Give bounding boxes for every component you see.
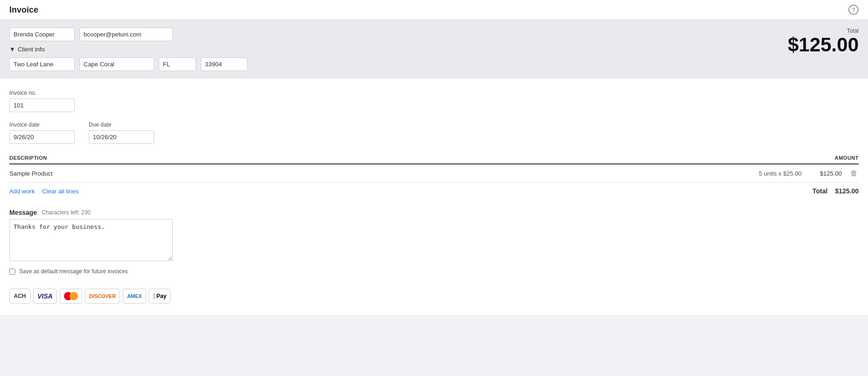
header: Invoice ?	[0, 0, 868, 20]
line-item-description: Sample Product	[9, 170, 759, 177]
delete-line-icon[interactable]: 🗑	[849, 169, 859, 177]
message-label: Message	[9, 209, 37, 216]
top-section: ▼ Client info Total $125.00	[0, 20, 868, 78]
client-row-1	[9, 28, 765, 41]
client-fields: ▼ Client info	[9, 28, 765, 71]
client-address-input[interactable]	[9, 57, 75, 71]
actions-left: Add work Clear all lines	[9, 188, 78, 195]
client-email-input[interactable]	[79, 28, 173, 41]
mc-circle-right	[70, 292, 78, 300]
client-state-input[interactable]	[159, 57, 196, 71]
applepay-label: Pay	[156, 293, 166, 299]
due-date-input[interactable]	[89, 130, 154, 144]
client-city-input[interactable]	[79, 57, 154, 71]
due-date-label: Due date	[89, 121, 154, 128]
due-date-field: Due date	[89, 121, 154, 144]
total-row: Total $125.00	[812, 187, 859, 195]
line-item-amount: $125.00	[809, 170, 842, 177]
save-default-row: Save as default message for future invoi…	[9, 268, 859, 275]
total-label: Total	[765, 28, 859, 34]
discover-label: DISCOVER	[89, 293, 116, 299]
message-textarea[interactable]: Thanks for your business.	[9, 219, 173, 261]
chars-left: Characters left: 230	[42, 209, 91, 216]
client-info-label: Client info	[18, 46, 45, 53]
line-items-table: DESCRIPTION AMOUNT Sample Product 5 unit…	[9, 155, 859, 199]
payment-mastercard[interactable]	[60, 289, 82, 304]
invoice-date-field: Invoice date	[9, 121, 75, 144]
help-icon[interactable]: ?	[848, 5, 859, 15]
invoice-no-label: Invoice no.	[9, 90, 859, 96]
col-description-header: DESCRIPTION	[9, 155, 47, 161]
line-item-units: 5 units x $25.00	[759, 170, 802, 177]
invoice-date-label: Invoice date	[9, 121, 75, 128]
payment-ach[interactable]: ACH	[9, 289, 30, 304]
message-header: Message Characters left: 230	[9, 209, 859, 216]
apple-icon: 	[153, 292, 155, 300]
client-zip-input[interactable]	[201, 57, 247, 71]
page-wrapper: Invoice ? ▼ Client info	[0, 0, 868, 376]
payment-methods: ACH VISA DISCOVER AMEX  Pay	[9, 289, 859, 304]
chevron-down-icon: ▼	[9, 46, 15, 53]
payment-visa[interactable]: VISA	[33, 289, 57, 304]
payment-discover[interactable]: DISCOVER	[85, 289, 120, 304]
invoice-no-section: Invoice no.	[9, 90, 859, 112]
invoice-no-input[interactable]	[9, 99, 75, 112]
payment-applepay[interactable]:  Pay	[149, 289, 170, 304]
col-amount-header: AMOUNT	[835, 155, 859, 161]
client-info-toggle[interactable]: ▼ Client info	[9, 46, 765, 53]
clear-lines-button[interactable]: Clear all lines	[42, 188, 78, 195]
amex-label: AMEX	[127, 293, 142, 299]
total-amount: $125.00	[765, 35, 859, 55]
save-default-checkbox[interactable]	[9, 269, 15, 275]
actions-row: Add work Clear all lines Total $125.00	[9, 183, 859, 199]
client-name-input[interactable]	[9, 28, 75, 41]
mastercard-logo	[64, 292, 78, 300]
save-default-label: Save as default message for future invoi…	[19, 268, 128, 275]
add-work-button[interactable]: Add work	[9, 188, 35, 195]
payment-amex[interactable]: AMEX	[123, 289, 146, 304]
dates-row: Invoice date Due date	[9, 121, 859, 144]
visa-label: VISA	[37, 292, 53, 300]
ach-label: ACH	[14, 293, 26, 299]
page-title: Invoice	[9, 5, 38, 15]
invoice-date-input[interactable]	[9, 130, 75, 144]
message-section: Message Characters left: 230 Thanks for …	[9, 209, 859, 262]
client-row-2	[9, 57, 765, 71]
total-row-amount: $125.00	[835, 187, 859, 195]
line-items-header: DESCRIPTION AMOUNT	[9, 155, 859, 164]
line-item-right: 5 units x $25.00 $125.00 🗑	[759, 169, 859, 177]
table-row: Sample Product 5 units x $25.00 $125.00 …	[9, 164, 859, 183]
total-block: Total $125.00	[765, 28, 859, 55]
main-content: Invoice no. Invoice date Due date DESCRI…	[0, 78, 868, 315]
total-row-label: Total	[812, 187, 827, 195]
